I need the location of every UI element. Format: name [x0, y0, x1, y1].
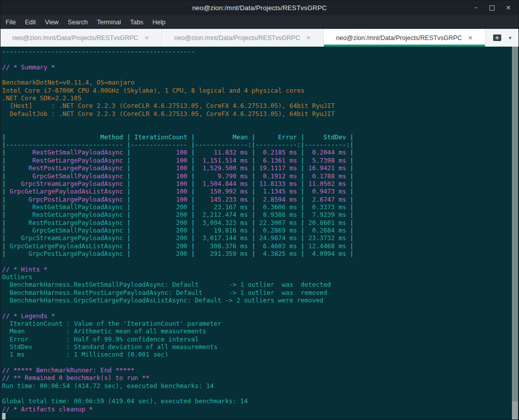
- terminal-line: Error : Half of 99.9% confidence interva…: [2, 335, 519, 343]
- terminal-line: Mean : Arithmetic mean of all measuremen…: [2, 327, 519, 335]
- terminal-line: [2, 390, 519, 397]
- terminal-line: Outliers: [2, 273, 519, 281]
- terminal-line: | RestPostLargePayloadAsync | 100 | 1,52…: [2, 164, 519, 172]
- terminal-line: | RestGetSmallPayloadAsync | 100 | 11.83…: [2, 148, 519, 156]
- terminal-line: BenchmarkHarness.GrpcGetLargePayloadAsLi…: [2, 296, 519, 304]
- menu-help[interactable]: Help: [148, 17, 170, 28]
- minimize-icon[interactable]: –: [469, 2, 483, 14]
- terminal-line: BenchmarkHarness.RestGetSmallPayloadAsyn…: [2, 281, 519, 288]
- terminal-output[interactable]: ----------------------------------------…: [0, 47, 519, 420]
- menu-tabs[interactable]: Tabs: [125, 17, 147, 28]
- menu-terminal[interactable]: Terminal: [92, 17, 125, 28]
- terminal-line: [2, 55, 519, 63]
- terminal-line: Intel Core i7-6700K CPU 4.00GHz (Skylake…: [2, 87, 519, 94]
- terminal-line: [2, 257, 519, 265]
- tab-3[interactable]: neo@zion:/mnt/Data/Projects/RESTvsGRPC ×: [324, 29, 486, 47]
- titlebar: neo@zion:/mnt/Data/Projects/RESTvsGRPC –…: [0, 0, 519, 15]
- scrollbar: [512, 47, 518, 419]
- terminal-line: | GrpcStreamLargePayloadAsync | 200 | 3,…: [2, 234, 519, 242]
- terminal-window: neo@zion:/mnt/Data/Projects/RESTvsGRPC –…: [0, 0, 519, 420]
- tab-3-close-icon[interactable]: ×: [468, 34, 472, 41]
- tab-2[interactable]: neo@zion:/mnt/Data/Projects/RESTvsGRPC ×: [162, 29, 323, 47]
- terminal-line: | GrpcGetSmallPayloadAsync | 200 | 19.81…: [2, 226, 519, 234]
- terminal-line: // * Legends *: [2, 312, 519, 320]
- tab-2-close-icon[interactable]: ×: [306, 34, 311, 41]
- window-title: neo@zion:/mnt/Data/Projects/RESTvsGRPC: [192, 4, 327, 12]
- terminal-line: | Method | IterationCount | Mean | Error…: [2, 133, 519, 141]
- terminal-line: // * Hints *: [2, 265, 519, 273]
- terminal-line: Run time: 00:06:54 (414.72 sec), execute…: [2, 382, 519, 390]
- terminal-line: Global total time: 00:06:59 (419.04 sec)…: [2, 397, 519, 405]
- menu-view[interactable]: View: [41, 17, 63, 28]
- tab-actions: + ▾: [486, 29, 519, 47]
- terminal-line: [2, 125, 519, 133]
- tab-1-label: neo@zion:/mnt/Data/Projects/RESTvsGRPC: [12, 34, 138, 42]
- terminal-cursor: [2, 413, 6, 420]
- terminal-line: ----------------------------------------…: [2, 48, 519, 55]
- terminal-line: [Host] : .NET Core 2.2.3 (CoreCLR 4.6.27…: [2, 102, 519, 109]
- terminal-line: 1 ms : 1 Millisecond (0.001 sec): [2, 351, 519, 358]
- terminal-line: | RestGetLargePayloadAsync | 200 | 2,212…: [2, 211, 519, 218]
- menu-search[interactable]: Search: [63, 17, 93, 28]
- scrollbar-thumb[interactable]: [512, 47, 518, 401]
- terminal-line: | GrpcPostLargePayloadAsync | 200 | 291.…: [2, 250, 519, 257]
- terminal-line: [2, 71, 519, 79]
- terminal-line: [2, 359, 519, 366]
- terminal-line: DefaultJob : .NET Core 2.2.3 (CoreCLR 4.…: [2, 110, 519, 118]
- window-controls: – □ ×: [469, 0, 515, 15]
- menubar: File Edit View Search Terminal Tabs Help: [0, 15, 519, 29]
- tab-2-label: neo@zion:/mnt/Data/Projects/RESTvsGRPC: [174, 34, 300, 42]
- scrollbar-track[interactable]: [512, 401, 518, 419]
- menu-edit[interactable]: Edit: [20, 17, 41, 28]
- terminal-line: // * Summary *: [2, 63, 519, 71]
- terminal-line: StdDev : Standard deviation of all measu…: [2, 343, 519, 351]
- chevron-down-icon[interactable]: ▾: [509, 35, 511, 41]
- terminal-line: [2, 118, 519, 125]
- terminal-line: |------------------------------- |------…: [2, 141, 519, 148]
- terminal-line: BenchmarkHarness.RestPostLargePayloadAsy…: [2, 289, 519, 296]
- terminal-line: .NET Core SDK=2.2.105: [2, 94, 519, 102]
- tabbar: neo@zion:/mnt/Data/Projects/RESTvsGRPC ×…: [0, 29, 519, 47]
- terminal-line: | GrpcGetSmallPayloadAsync | 100 | 9.790…: [2, 172, 519, 180]
- new-tab-icon[interactable]: +: [493, 34, 501, 41]
- maximize-icon[interactable]: □: [486, 2, 499, 14]
- terminal-line: IterationCount : Value of the 'Iteration…: [2, 320, 519, 327]
- tab-1-close-icon[interactable]: ×: [144, 34, 149, 41]
- tab-3-label: neo@zion:/mnt/Data/Projects/RESTvsGRPC: [336, 34, 462, 42]
- terminal-line: | RestPostLargePayloadAsync | 200 | 3,09…: [2, 219, 519, 226]
- terminal-line: | RestGetLargePayloadAsync | 100 | 1,151…: [2, 157, 519, 164]
- terminal-line: | GrpcGetLargePayloadAsListAsync | 100 |…: [2, 187, 519, 195]
- terminal-line: | GrpcPostLargePayloadAsync | 100 | 145.…: [2, 196, 519, 203]
- tab-1[interactable]: neo@zion:/mnt/Data/Projects/RESTvsGRPC ×: [0, 29, 162, 47]
- terminal-line: [2, 413, 519, 420]
- terminal-line: BenchmarkDotNet=v0.11.4, OS=manjaro: [2, 79, 519, 86]
- terminal-line: | RestGetSmallPayloadAsync | 200 | 23.16…: [2, 203, 519, 211]
- terminal-line: // ***** BenchmarkRunner: End *****: [2, 366, 519, 374]
- terminal-line: [2, 304, 519, 312]
- terminal-line: // ** Remained 0 benchmark(s) to run **: [2, 374, 519, 381]
- terminal-line: | GrpcGetLargePayloadAsListAsync | 200 |…: [2, 242, 519, 250]
- terminal-line: | GrpcStreamLargePayloadAsync | 100 | 1,…: [2, 180, 519, 187]
- menu-file[interactable]: File: [1, 17, 20, 28]
- terminal-line: // * Artifacts cleanup *: [2, 405, 519, 413]
- close-icon[interactable]: ×: [502, 2, 515, 14]
